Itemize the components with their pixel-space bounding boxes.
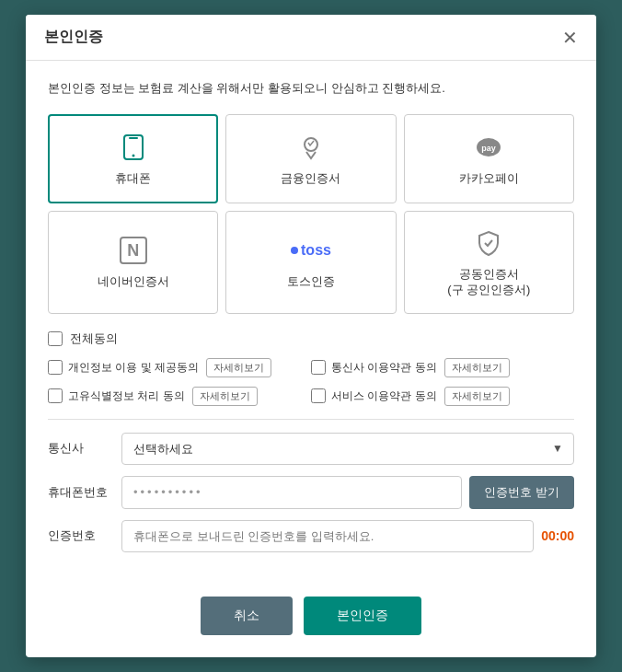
agree-checkbox-3[interactable] [311, 388, 326, 403]
agree-label-0: 개인정보 이용 및 제공동의 [68, 360, 199, 376]
kakaopay-icon: pay [472, 131, 505, 164]
financial-cert-label: 금융인증서 [281, 171, 340, 187]
phone-label: 휴대폰번호 [48, 484, 121, 501]
agree-section: 전체동의 개인정보 이용 및 제공동의 자세히보기 통신사 이용약관 동의 자세… [48, 330, 574, 406]
code-input[interactable] [121, 520, 534, 552]
auth-method-toss[interactable]: toss 토스인증 [225, 211, 396, 314]
agree-items-grid: 개인정보 이용 및 제공동의 자세히보기 통신사 이용약관 동의 자세히보기 고… [48, 358, 574, 406]
agree-item-2: 고유식별정보 처리 동의 자세히보기 [48, 387, 311, 406]
form-section: 통신사 선택하세요 SKT KT LGU+ SKT 알뜰폰 KT 알뜰폰 LGU… [48, 419, 574, 552]
agree-checkbox-2[interactable] [48, 388, 63, 403]
toss-icon: toss [294, 234, 328, 267]
agree-all-row: 전체동의 [48, 330, 574, 347]
financial-cert-icon [294, 131, 328, 164]
carrier-select-wrap: 선택하세요 SKT KT LGU+ SKT 알뜰폰 KT 알뜰폰 LGU+ 알뜰… [121, 433, 574, 465]
agree-item-3: 서비스 이용약관 동의 자세히보기 [311, 387, 574, 406]
auth-method-public-cert[interactable]: 공동인증서(구 공인인증서) [404, 211, 574, 314]
modal-body: 본인인증 정보는 보험료 계산을 위해서만 활용되오니 안심하고 진행하세요. … [26, 61, 596, 581]
svg-rect-1 [129, 137, 138, 139]
phone-control: 인증번호 받기 [121, 476, 574, 509]
svg-text:pay: pay [482, 144, 497, 153]
code-label: 인증번호 [48, 527, 121, 544]
agree-item-0: 개인정보 이용 및 제공동의 자세히보기 [48, 358, 311, 377]
auth-method-grid: 휴대폰 금융인증서 [48, 114, 574, 314]
auth-method-kakaopay[interactable]: pay 카카오페이 [404, 114, 574, 203]
close-button[interactable]: ✕ [562, 29, 578, 47]
modal-title: 본인인증 [44, 28, 103, 47]
svg-point-2 [132, 154, 134, 156]
public-cert-icon [472, 226, 505, 260]
identity-verification-modal: 본인인증 ✕ 본인인증 정보는 보험료 계산을 위해서만 활용되오니 안심하고 … [26, 15, 596, 656]
carrier-select[interactable]: 선택하세요 SKT KT LGU+ SKT 알뜰폰 KT 알뜰폰 LGU+ 알뜰… [121, 433, 574, 465]
modal-header: 본인인증 ✕ [26, 15, 596, 61]
agree-label-3: 서비스 이용약관 동의 [331, 388, 437, 404]
phone-input[interactable] [121, 476, 462, 509]
code-row: 인증번호 00:00 [48, 520, 574, 552]
confirm-button[interactable]: 본인인증 [304, 597, 421, 635]
send-code-button[interactable]: 인증번호 받기 [469, 476, 574, 509]
agree-item-1: 통신사 이용약관 동의 자세히보기 [311, 358, 574, 377]
toss-label: 토스인증 [287, 274, 335, 290]
notice-text: 본인인증 정보는 보험료 계산을 위해서만 활용되오니 안심하고 진행하세요. [48, 79, 574, 98]
agree-label-1: 통신사 이용약관 동의 [331, 360, 437, 376]
agree-label-2: 고유식별정보 처리 동의 [68, 388, 185, 404]
timer-display: 00:00 [541, 528, 574, 543]
detail-btn-1[interactable]: 자세히보기 [444, 358, 510, 377]
kakaopay-label: 카카오페이 [459, 171, 519, 187]
mobile-icon [117, 131, 150, 164]
modal-footer: 취소 본인인증 [26, 582, 596, 657]
agree-all-label: 전체동의 [70, 330, 118, 347]
auth-method-naver[interactable]: N 네이버인증서 [48, 211, 218, 314]
detail-btn-2[interactable]: 자세히보기 [192, 387, 258, 406]
carrier-control: 선택하세요 SKT KT LGU+ SKT 알뜰폰 KT 알뜰폰 LGU+ 알뜰… [121, 433, 574, 465]
naver-icon: N [117, 234, 150, 267]
agree-checkbox-1[interactable] [311, 360, 326, 375]
naver-label: 네이버인증서 [98, 274, 169, 290]
code-control: 00:00 [121, 520, 574, 552]
phone-row: 휴대폰번호 인증번호 받기 [48, 476, 574, 509]
detail-btn-3[interactable]: 자세히보기 [444, 387, 510, 406]
carrier-row: 통신사 선택하세요 SKT KT LGU+ SKT 알뜰폰 KT 알뜰폰 LGU… [48, 433, 574, 465]
agree-all-checkbox[interactable] [48, 331, 63, 346]
mobile-label: 휴대폰 [115, 171, 151, 187]
cancel-button[interactable]: 취소 [201, 597, 293, 635]
public-cert-label: 공동인증서(구 공인인증서) [447, 267, 530, 298]
auth-method-financial-cert[interactable]: 금융인증서 [225, 114, 396, 203]
detail-btn-0[interactable]: 자세히보기 [206, 358, 271, 377]
auth-method-mobile[interactable]: 휴대폰 [48, 114, 218, 203]
carrier-label: 통신사 [48, 440, 121, 457]
agree-checkbox-0[interactable] [48, 360, 63, 375]
